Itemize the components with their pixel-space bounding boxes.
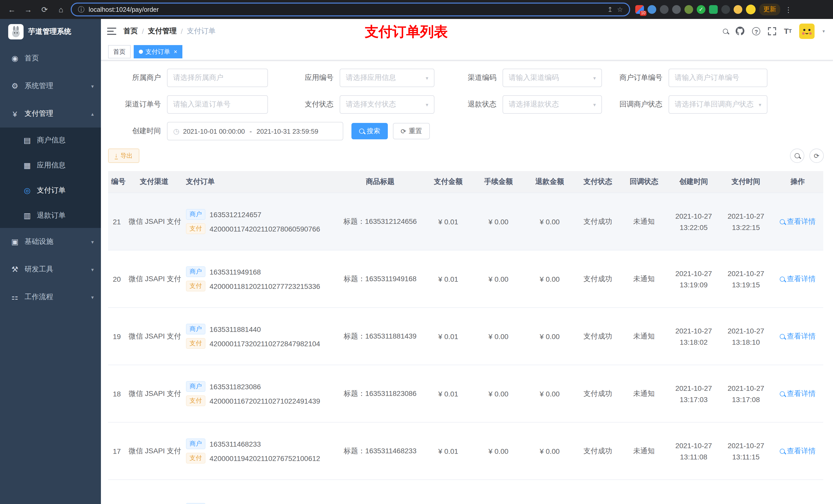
avatar-caret-icon[interactable]: ▾ xyxy=(823,28,825,33)
cell-status: 支付成功 xyxy=(575,193,620,250)
export-button[interactable]: ↓导出 xyxy=(108,148,139,163)
sidebar-item-system[interactable]: ⚙ 系统管理 ▾ xyxy=(0,72,101,100)
sidebar-item-label: 系统管理 xyxy=(25,81,86,91)
pay-tag: 支付 xyxy=(186,453,206,463)
search-icon[interactable] xyxy=(723,28,728,33)
cell-status: 支付成功 xyxy=(575,365,620,422)
refund-status-select[interactable]: 请选择退款状态▾ xyxy=(503,95,602,114)
extension-icon[interactable] xyxy=(709,5,718,14)
sidebar-item-workflow[interactable]: ⚏ 工作流程 ▾ xyxy=(0,283,101,311)
cell-amount: ¥ 0.01 xyxy=(424,365,473,422)
gear-icon: ⚙ xyxy=(10,81,20,91)
merchant-tag: 商户 xyxy=(186,324,206,334)
extension-icon[interactable] xyxy=(647,5,656,14)
button-label: 重置 xyxy=(409,126,422,136)
active-dot xyxy=(139,49,143,53)
channel-order-no-input[interactable]: 请输入渠道订单号 xyxy=(167,95,268,114)
merchant-tag: 商户 xyxy=(186,266,206,277)
sidebar-collapse-icon[interactable] xyxy=(107,27,116,34)
extension-check-icon[interactable]: ✓ xyxy=(697,5,706,14)
extension-icon[interactable] xyxy=(721,5,730,14)
sidebar-item-pay-order[interactable]: ◎ 支付订单 xyxy=(0,178,101,203)
breadcrumb-payment[interactable]: 支付管理 xyxy=(148,26,177,35)
home-icon[interactable]: ⌂ xyxy=(54,3,68,16)
pay-tag: 支付 xyxy=(186,281,206,291)
cell-pay-order: 商户1635312124657 支付4200001174202110278060… xyxy=(183,193,337,250)
notify-status-select[interactable]: 请选择订单回调商户状态▾ xyxy=(669,95,767,114)
question-icon: ? xyxy=(752,27,760,35)
sidebar-item-merchant-info[interactable]: ▤ 商户信息 xyxy=(0,127,101,153)
breadcrumb-separator: / xyxy=(142,27,144,35)
browser-update-button[interactable]: 更新 xyxy=(759,4,780,15)
view-detail-link[interactable]: 查看详情 xyxy=(780,332,815,341)
sidebar-item-label: 应用信息 xyxy=(37,161,94,170)
cell-channel: 微信 JSAPI 支付 xyxy=(125,365,183,422)
app-id-select[interactable]: 请选择应用信息▾ xyxy=(340,69,434,87)
chevron-down-icon: ▾ xyxy=(91,239,94,245)
extension-icon[interactable] xyxy=(660,5,669,14)
extension-icon[interactable] xyxy=(685,5,693,14)
view-detail-link[interactable]: 查看详情 xyxy=(780,447,815,456)
cell-id: 18 xyxy=(108,365,125,422)
forward-icon[interactable]: → xyxy=(22,3,35,16)
url-bar[interactable]: ⓘ localhost:1024/pay/order ↥ ☆ xyxy=(71,3,630,16)
view-detail-link[interactable]: 查看详情 xyxy=(780,217,815,226)
sidebar-item-infrastructure[interactable]: ▣ 基础设施 ▾ xyxy=(0,228,101,256)
search-icon xyxy=(780,276,785,282)
sidebar-item-home[interactable]: ◉ 首页 xyxy=(0,45,101,72)
cell-refund: ¥ 0.00 xyxy=(524,193,575,250)
cell-create-time: 2021-10-2713:19:09 xyxy=(668,250,720,308)
user-avatar[interactable] xyxy=(800,23,815,39)
date-range-input[interactable]: ◷ 2021-10-01 00:00:00 - 2021-10-31 23:59… xyxy=(167,122,343,140)
cell-refund: ¥ 0.00 xyxy=(524,308,575,365)
table-row: 18 微信 JSAPI 支付 商户1635311823086 支付4200001… xyxy=(108,365,823,422)
cell-action: 查看详情 xyxy=(772,250,823,308)
cell-amount: ¥ 0.01 xyxy=(424,250,473,308)
cell-id: 21 xyxy=(108,193,125,250)
pay-order-no: 4200001174202110278060590766 xyxy=(210,224,320,233)
sidebar-item-refund-order[interactable]: ▥ 退款订单 xyxy=(0,203,101,228)
fullscreen-icon[interactable] xyxy=(768,27,776,35)
share-icon[interactable]: ↥ xyxy=(607,6,613,13)
help-icon[interactable]: ? xyxy=(752,27,760,35)
sidebar-item-payment[interactable]: ¥ 支付管理 ▴ xyxy=(0,100,101,127)
reload-icon[interactable]: ⟳ xyxy=(38,3,51,16)
channel-code-select[interactable]: 请输入渠道编码▾ xyxy=(503,69,602,87)
github-icon[interactable] xyxy=(736,27,744,35)
back-icon[interactable]: ← xyxy=(5,3,19,16)
extension-icon[interactable]: 10 xyxy=(635,5,644,14)
filter-label: 创建时间 xyxy=(108,126,167,136)
placeholder-text: 请选择退款状态 xyxy=(509,100,590,109)
search-button[interactable]: 搜索 xyxy=(352,123,388,139)
cell-status: 支付成功 xyxy=(575,250,620,308)
merchant-order-no-input[interactable]: 请输入商户订单编号 xyxy=(669,69,767,87)
sidebar-item-label: 支付管理 xyxy=(25,109,86,118)
breadcrumb-home[interactable]: 首页 xyxy=(123,26,138,35)
breadcrumb-current: 支付订单 xyxy=(187,26,216,35)
top-navbar: 首页 / 支付管理 / 支付订单 支付订单列表 ? TT xyxy=(101,19,833,43)
tab-home[interactable]: 首页 xyxy=(108,45,130,58)
site-info-icon[interactable]: ⓘ xyxy=(78,5,85,14)
rabbit-logo-icon xyxy=(8,24,24,40)
bookmark-star-icon[interactable]: ☆ xyxy=(617,6,623,13)
merchant-order-no: 1635311949168 xyxy=(210,268,261,276)
column-header: 支付渠道 xyxy=(125,171,183,193)
browser-menu-icon[interactable]: ⋮ xyxy=(784,5,793,14)
merchant-select[interactable]: 请选择所属商户 xyxy=(167,69,268,87)
close-icon[interactable]: × xyxy=(174,45,177,57)
reset-button[interactable]: ⟳重置 xyxy=(393,123,430,139)
pay-status-select[interactable]: 请选择支付状态▾ xyxy=(340,95,434,114)
sidebar-item-app-info[interactable]: ▦ 应用信息 xyxy=(0,153,101,178)
toggle-search-button[interactable] xyxy=(790,148,804,163)
tab-pay-order[interactable]: 支付订单 × xyxy=(134,45,182,58)
cell-fee: ¥ 0.00 xyxy=(473,308,524,365)
view-detail-link[interactable]: 查看详情 xyxy=(780,274,815,284)
extension-icon[interactable] xyxy=(672,5,681,14)
refresh-table-button[interactable]: ⟳ xyxy=(809,148,824,163)
view-detail-link[interactable]: 查看详情 xyxy=(780,389,815,398)
cell-create-time: 2021-10-2713:22:05 xyxy=(668,193,720,250)
extension-icon[interactable] xyxy=(734,5,742,14)
sidebar-item-dev-tools[interactable]: ⚒ 研发工具 ▾ xyxy=(0,256,101,283)
font-size-icon[interactable]: TT xyxy=(784,27,792,35)
browser-profile-avatar[interactable] xyxy=(746,5,756,14)
